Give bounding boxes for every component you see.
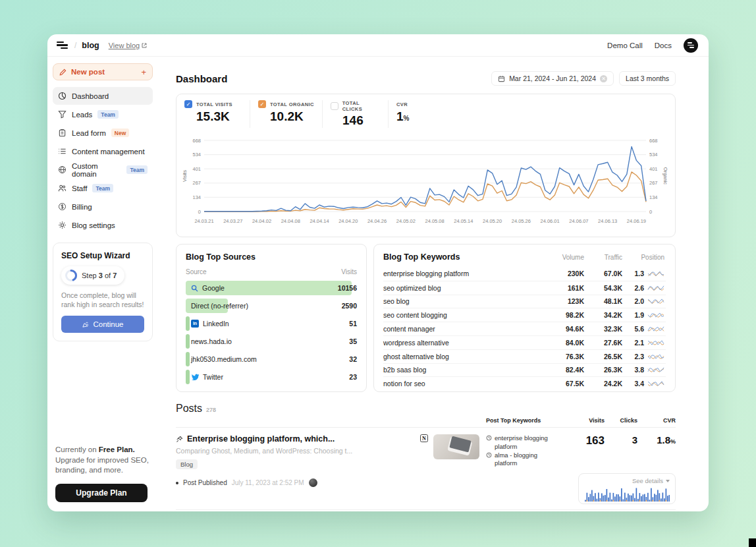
svg-text:24.05.08: 24.05.08 — [425, 218, 444, 224]
see-details-link[interactable]: See details — [584, 477, 670, 484]
svg-text:24.06.01: 24.06.01 — [541, 218, 560, 224]
keyword-row[interactable]: b2b saas blog82.4K26.3K3.8 — [383, 363, 666, 377]
continue-button[interactable]: Continue — [61, 316, 144, 333]
keyword-row[interactable]: enterprise blogging platform230K67.0K1.3 — [383, 267, 666, 281]
keywords-col-volume: Volume — [537, 254, 584, 261]
date-preset-label: Last 3 months — [626, 74, 669, 82]
keyword-row[interactable]: seo optimized blog161K54.3K2.6 — [383, 281, 666, 295]
progress-ring-icon — [65, 269, 78, 282]
svg-text:668: 668 — [649, 138, 658, 144]
search-icon — [191, 285, 198, 292]
team-badge: Team — [92, 184, 113, 192]
twitter-icon — [191, 374, 199, 380]
docs-link[interactable]: Docs — [655, 42, 672, 49]
author-avatar — [309, 478, 317, 487]
source-row-direct[interactable]: Direct (no-referrer) 2590 — [186, 297, 357, 314]
sidebar-item-label: Lead form — [72, 129, 106, 137]
organic-checkbox-checked-icon[interactable]: ✓ — [258, 100, 266, 108]
post-title[interactable]: Enterprise blogging platform, which... — [187, 434, 335, 444]
upgrade-plan-button[interactable]: Upgrade Plan — [55, 484, 148, 502]
pin-icon — [176, 436, 183, 443]
svg-text:24.06.19: 24.06.19 — [627, 218, 646, 224]
linkedin-icon: in — [191, 320, 199, 328]
svg-text:Visits: Visits — [182, 170, 188, 182]
app-logo-icon[interactable] — [57, 42, 68, 49]
posts-count: 278 — [206, 407, 216, 413]
post-thumbnail[interactable] — [433, 434, 479, 459]
source-row-twitter[interactable]: Twitter 23 — [186, 368, 357, 386]
stat-total-organic: ✓ TOTAL ORGANIC 10.2K — [250, 100, 323, 128]
date-range-picker[interactable]: Mar 21, 2024 - Jun 21, 2024 ✕ — [491, 71, 614, 86]
source-row-hada[interactable]: news.hada.io 35 — [186, 333, 357, 350]
sidebar-item-lead-form[interactable]: Lead form New — [53, 124, 153, 142]
keywords-col-traffic: Traffic — [584, 254, 622, 261]
keyword-row[interactable]: wordpress alternative84.0K27.6K2.1 — [383, 335, 666, 349]
keyword-row[interactable]: ghost alternative blog76.3K26.5K2.3 — [383, 349, 666, 363]
position-sparkline-icon — [646, 270, 666, 277]
svg-text:401: 401 — [192, 166, 201, 172]
svg-text:24.04.02: 24.04.02 — [252, 218, 271, 224]
sidebar-item-label: Content management — [72, 148, 145, 156]
post-published-date: July 11, 2023 at 2:52 PM — [232, 479, 304, 486]
sidebar-item-content-management[interactable]: Content management — [53, 142, 153, 160]
sidebar-item-label: Staff — [72, 185, 87, 192]
sources-col-source: Source — [186, 268, 207, 275]
keyword-row[interactable]: content manager94.6K32.3K5.6 — [383, 322, 666, 335]
svg-text:668: 668 — [192, 138, 201, 144]
keywords-card-title: Blog Top Keywords — [383, 252, 460, 262]
party-horn-icon — [82, 321, 89, 328]
sidebar-item-label: Blog settings — [72, 221, 115, 229]
keyword-row[interactable]: notion for seo67.5K24.2K3.4 — [383, 376, 666, 390]
sidebar-item-dashboard[interactable]: Dashboard — [53, 87, 153, 105]
stat-label: TOTAL VISITS — [196, 101, 232, 107]
wizard-step-pill: Step 3 of 7 — [61, 266, 124, 285]
svg-text:24.03.27: 24.03.27 — [223, 218, 242, 224]
account-menu-button[interactable] — [684, 38, 698, 53]
blog-top-keywords-card: Blog Top Keywords Volume Traffic Positio… — [373, 244, 676, 392]
calendar-icon — [498, 75, 505, 82]
page-title: Dashboard — [176, 73, 227, 84]
position-sparkline-icon — [646, 284, 666, 292]
account-logo-icon — [688, 42, 694, 47]
posts-title: Posts — [176, 403, 202, 415]
visits-organic-chart: 00134134267267401401534534668668VisitsOr… — [176, 132, 675, 237]
demo-call-link[interactable]: Demo Call — [607, 42, 643, 49]
plan-text: Currently on Free Plan. Upgrade for impr… — [55, 445, 150, 476]
post-cvr: 1.8% — [637, 434, 676, 446]
visits-checkbox-checked-icon[interactable]: ✓ — [184, 100, 192, 108]
sidebar-item-custom-domain[interactable]: Custom domain Team — [53, 161, 153, 179]
keyword-row[interactable]: seo blog123K48.1K2.0 — [383, 295, 666, 308]
svg-text:0: 0 — [198, 209, 201, 215]
view-blog-link[interactable]: View blog — [109, 42, 148, 49]
status-dot-icon — [176, 482, 178, 484]
stat-label: CVR — [396, 101, 408, 107]
source-row-linkedin[interactable]: inLinkedIn 51 — [186, 315, 357, 332]
keywords-col-position: Position — [622, 254, 666, 261]
date-preset-button[interactable]: Last 3 months — [619, 71, 676, 86]
clear-date-icon[interactable]: ✕ — [600, 75, 607, 82]
screen-corner-artifact — [749, 538, 756, 547]
new-post-button[interactable]: New post + — [53, 63, 153, 80]
team-badge: Team — [126, 165, 148, 174]
source-row-medium[interactable]: jhk0530.medium.com 32 — [186, 351, 357, 368]
sidebar-item-leads[interactable]: Leads Team — [53, 105, 153, 123]
sidebar-item-blog-settings[interactable]: Blog settings — [53, 216, 153, 234]
plus-icon: + — [141, 67, 146, 77]
post-visits: 163 — [560, 434, 605, 447]
svg-text:24.04.14: 24.04.14 — [310, 218, 329, 224]
position-sparkline-icon — [646, 380, 666, 388]
keyword-row[interactable]: seo content blogging98.2K34.2K1.9 — [383, 308, 666, 322]
sidebar-item-staff[interactable]: Staff Team — [53, 179, 153, 197]
seo-wizard-title: SEO Setup Wizard — [61, 251, 144, 260]
post-row: Enterprise blogging platform, which... C… — [176, 428, 676, 510]
stat-value: 10.2K — [258, 109, 314, 124]
clicks-checkbox-unchecked[interactable] — [331, 102, 338, 110]
breadcrumb-blog-name[interactable]: blog — [82, 41, 99, 50]
post-tag[interactable]: Blog — [176, 459, 198, 469]
stat-label: TOTAL CLICKS — [342, 100, 380, 112]
sidebar-item-billing[interactable]: Billing — [53, 198, 153, 216]
stat-total-clicks: TOTAL CLICKS 146 — [323, 100, 389, 128]
source-row-google[interactable]: Google 10156 — [186, 279, 357, 297]
pie-chart-icon — [58, 92, 67, 100]
post-top-keywords: enterprise blogging platform alma - blog… — [486, 434, 560, 468]
